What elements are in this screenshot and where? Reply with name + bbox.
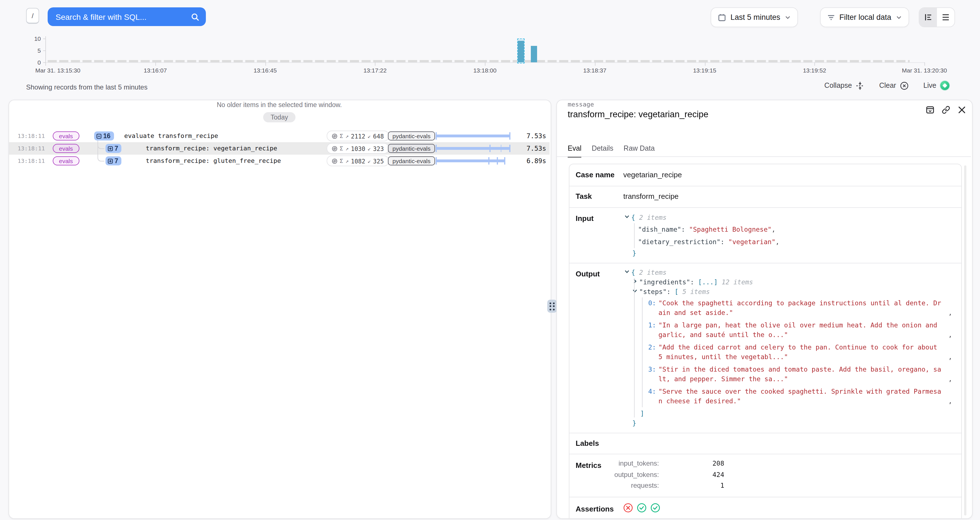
trace-row-title: transform_recipe: vegetarian_recipe xyxy=(146,145,277,152)
span-count-badge[interactable]: 7 xyxy=(105,144,122,153)
metric-row: input_tokens:208 xyxy=(570,460,961,471)
input-json-tree[interactable]: { 2 items "dish_name": "Spaghetti Bologn… xyxy=(623,213,950,258)
list-view-icon xyxy=(942,14,950,21)
output-row: Output { 2 items "ingredients": [...] 12… xyxy=(570,263,961,433)
chart-x-tick xyxy=(815,62,815,66)
detail-header-actions xyxy=(926,105,966,114)
span-count: 16 xyxy=(103,133,111,140)
view-mode-toggle xyxy=(919,7,955,27)
json-step-item: 4:"Serve the sauce over the cooked spagh… xyxy=(648,387,952,406)
output-json-tree[interactable]: { 2 items "ingredients": [...] 12 items … xyxy=(623,268,952,428)
span-count-badge[interactable]: 7 xyxy=(105,156,122,165)
search-button[interactable]: Search & filter with SQL... xyxy=(48,7,206,26)
assertions-row: Assertions xyxy=(570,497,961,520)
assertion-fail-icon[interactable] xyxy=(623,503,633,513)
tokens-coin-icon xyxy=(332,133,337,139)
chart-x-tick xyxy=(155,62,156,66)
date-pill-wrap: Today xyxy=(8,112,550,122)
live-indicator-icon xyxy=(940,81,950,90)
span-count: 7 xyxy=(115,145,118,152)
duration-bar xyxy=(436,157,511,165)
filter-label: Filter local data xyxy=(839,13,891,22)
trace-row-duration: 6.89s xyxy=(527,157,546,165)
clear-icon xyxy=(900,81,908,90)
output-tokens-count: 325 xyxy=(373,157,384,164)
tab-eval[interactable]: Eval xyxy=(568,144,582,157)
chart-y-tick-label: 10 xyxy=(26,35,41,42)
chart-x-tick xyxy=(705,62,705,66)
close-icon[interactable] xyxy=(957,105,966,114)
duration-bar-cap xyxy=(509,145,511,152)
input-tokens-arrow-icon: ↗ xyxy=(345,133,348,139)
collapse-button[interactable]: Collapse xyxy=(824,81,864,90)
duration-bar xyxy=(436,132,511,140)
chart-y-tick xyxy=(43,38,45,39)
time-range-dropdown[interactable]: Last 5 minutes xyxy=(711,7,798,27)
service-tag: pydantic-evals xyxy=(388,132,435,141)
output-tokens-arrow-icon: ↙ xyxy=(368,158,371,164)
panel-resize-handle[interactable] xyxy=(547,300,557,313)
copy-link-icon[interactable] xyxy=(942,105,950,114)
sigma-icon: Σ xyxy=(340,158,343,164)
case-name-row: Case name vegetarian_recipe xyxy=(570,164,961,186)
trace-row[interactable]: 13:18:11evals7transform_recipe: vegetari… xyxy=(9,142,550,155)
sigma-icon: Σ xyxy=(340,133,343,139)
chart-x-tick xyxy=(45,62,46,66)
assertion-pass-icon[interactable] xyxy=(637,503,646,513)
sigma-icon: Σ xyxy=(340,145,343,152)
json-guide-line xyxy=(634,278,635,417)
json-step-item: 3:"Stir in the diced tomatoes and tomato… xyxy=(648,365,952,384)
trace-row-time: 13:18:11 xyxy=(18,133,45,139)
list-actions: Collapse Clear Live xyxy=(824,81,950,90)
chevron-down-icon[interactable] xyxy=(632,287,639,297)
assertion-pass-icon[interactable] xyxy=(651,503,660,513)
calendar-icon xyxy=(718,13,726,21)
list-view-toggle[interactable] xyxy=(937,8,955,27)
trace-row-time: 13:18:11 xyxy=(18,158,45,164)
duration-bar-cap xyxy=(436,132,437,140)
chevron-down-icon[interactable] xyxy=(624,213,631,223)
archive-icon[interactable] xyxy=(926,105,935,114)
span-count-badge[interactable]: 16 xyxy=(94,132,114,141)
input-tokens-count: 2112 xyxy=(351,133,366,140)
chart-bar[interactable] xyxy=(531,46,537,62)
duration-bar-cap xyxy=(504,157,505,165)
metric-name: input_tokens: xyxy=(619,460,659,467)
clear-button[interactable]: Clear xyxy=(879,81,908,90)
chart-bar[interactable] xyxy=(518,41,524,62)
chart-y-tick xyxy=(43,62,45,63)
trace-row-title: transform_recipe: gluten_free_recipe xyxy=(146,157,281,165)
duration-bar-tick xyxy=(501,145,502,152)
slash-shortcut-key[interactable]: / xyxy=(26,8,39,24)
json-array-index: 2: xyxy=(648,343,659,362)
trace-row[interactable]: 13:18:11evals7transform_recipe: gluten_f… xyxy=(9,155,550,167)
chart-y-tick-label: 0 xyxy=(26,59,41,66)
tab-raw-data[interactable]: Raw Data xyxy=(624,144,655,157)
task-row: Task transform_recipe xyxy=(570,186,961,208)
eval-detail-table: Case name vegetarian_recipe Task transfo… xyxy=(569,164,962,518)
tree-view-toggle[interactable] xyxy=(919,8,937,27)
labels-row: Labels xyxy=(570,433,961,454)
duration-bar-tick xyxy=(490,145,490,152)
chart-y-axis xyxy=(45,36,46,63)
chevron-down-icon[interactable] xyxy=(624,268,631,277)
chevron-right-icon[interactable] xyxy=(632,277,639,287)
filter-local-data-dropdown[interactable]: Filter local data xyxy=(820,7,909,27)
trace-row[interactable]: 13:18:11evals16evaluate transform_recipe… xyxy=(9,130,550,142)
detail-scrollbar[interactable] xyxy=(964,165,966,515)
input-tokens-count: 1082 xyxy=(351,157,366,164)
filter-icon xyxy=(827,14,835,21)
json-string-value: "Cook the spaghetti according to package… xyxy=(659,298,944,318)
duration-bar-fill xyxy=(436,135,511,137)
live-toggle[interactable]: Live xyxy=(923,81,950,90)
no-older-items-notice: No older items in the selected time wind… xyxy=(8,101,550,108)
input-row: Input { 2 items "dish_name": "Spaghetti … xyxy=(570,208,961,263)
chart-x-tick xyxy=(924,62,925,66)
json-array-index: 0: xyxy=(648,298,659,318)
duration-bar-cap xyxy=(436,145,437,152)
chart-y-tick-label: 5 xyxy=(26,47,41,54)
records-timeline-chart[interactable]: 0510Mar 31. 13:15:3013:16:0713:16:4513:1… xyxy=(0,32,980,76)
json-guide-line xyxy=(634,223,635,248)
tab-details[interactable]: Details xyxy=(592,144,613,157)
duration-bar-tick xyxy=(497,157,498,165)
